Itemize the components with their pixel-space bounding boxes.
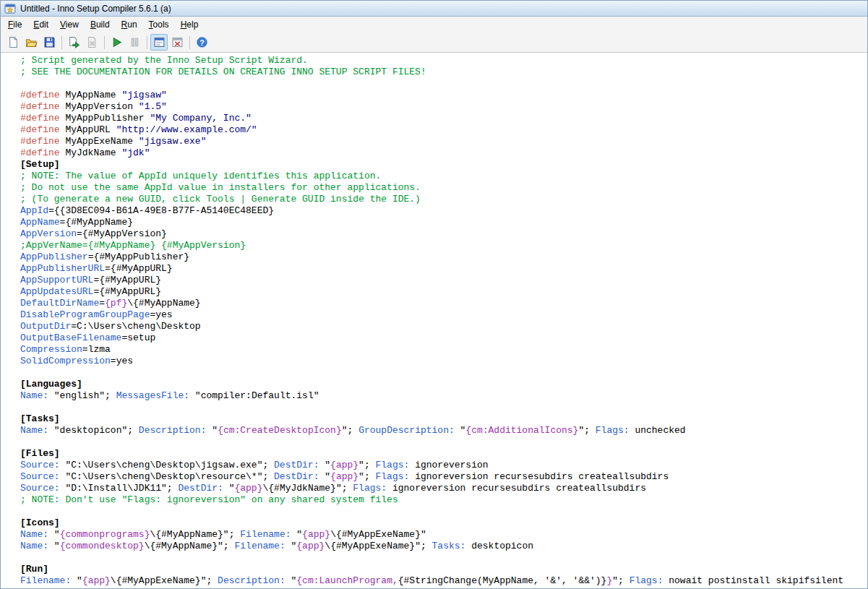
code-token: =lzma (82, 344, 111, 355)
code-token: OutputBaseFilename (20, 332, 121, 343)
code-line: AppId={{3D8EC094-B61A-49E8-B77F-A5140EC4… (20, 205, 867, 217)
code-token: \{#MyAppName}"; (145, 541, 235, 551)
code-token: ={#MyAppURL} (93, 286, 161, 297)
help-button[interactable]: ? (193, 34, 210, 51)
code-token: #define (20, 124, 60, 135)
menu-run[interactable]: Run (116, 17, 143, 33)
target-setup-button[interactable] (150, 34, 168, 51)
code-line: Source: "D:\Install\JDK11"; DestDir: "{a… (20, 483, 867, 494)
open-script-button[interactable] (22, 34, 40, 51)
code-line: Compression=lzma (20, 344, 867, 356)
code-line: ; NOTE: The value of AppId uniquely iden… (20, 171, 867, 182)
code-token: ={#MyAppPublisher} (88, 251, 189, 262)
code-token: [Run] (20, 564, 48, 575)
code-token: DestDir: (274, 471, 319, 482)
code-token: nowait postinstall skipifsilent (663, 575, 843, 586)
target-uninstall-button[interactable] (168, 34, 186, 51)
code-token: "; (342, 425, 358, 436)
code-token: =yes (111, 356, 133, 366)
code-token: "1.5" (139, 101, 167, 112)
code-token: Flags: (629, 575, 663, 586)
code-token: "My Company, Inc." (150, 113, 251, 124)
code-line: [Run] (20, 564, 867, 575)
menu-help[interactable]: Help (175, 17, 205, 33)
code-token: [Tasks] (20, 413, 60, 424)
code-token: Filename: (234, 541, 285, 551)
code-token: [Setup] (20, 159, 60, 170)
code-token: #define (20, 136, 60, 147)
menu-bar: FileEditViewBuildRunToolsHelp (1, 17, 867, 33)
code-line: Name: "english"; MessagesFile: "compiler… (20, 390, 867, 402)
title-bar[interactable]: Untitled - Inno Setup Compiler 5.6.1 (a) (1, 1, 867, 17)
code-line: [Setup] (20, 159, 867, 171)
code-token: Description: (139, 425, 207, 436)
code-token: \{#MyAppName}"; (150, 529, 240, 540)
toolbar-separator (61, 36, 62, 49)
code-token: Filename: (240, 529, 291, 540)
code-line: [Files] (20, 448, 867, 460)
code-token: AppId (20, 205, 48, 216)
code-line: AppName={#MyAppName} (20, 217, 867, 228)
code-token: " (291, 529, 303, 540)
inno-setup-app-icon[interactable] (4, 3, 16, 14)
code-token: " (319, 471, 330, 482)
code-token: Name: (20, 425, 48, 436)
code-line: ;AppVerName={#MyAppName} {#MyAppVersion} (20, 240, 867, 251)
code-token: ={#MyAppURL} (93, 275, 161, 285)
code-token: {app} (234, 483, 262, 494)
code-token: MyAppPublisher (60, 113, 150, 124)
menu-view[interactable]: View (54, 17, 85, 33)
code-token: Description: (218, 575, 285, 586)
code-token: ; SEE THE DOCUMENTATION FOR DETAILS ON C… (20, 66, 426, 77)
code-line (20, 437, 867, 448)
code-line: ; (To generate a new GUID, click Tools |… (20, 194, 867, 205)
menu-edit[interactable]: Edit (27, 17, 54, 33)
code-line (20, 367, 867, 379)
code-token: MyAppExeName (60, 136, 139, 147)
code-token: #define (20, 113, 60, 124)
code-token: Name: (20, 529, 48, 540)
code-token: "english"; (48, 390, 116, 401)
code-line: AppUpdatesURL={#MyAppURL} (20, 286, 867, 298)
code-token: Flags: (376, 460, 410, 470)
code-token: #define (20, 147, 60, 158)
script-editor[interactable]: ; Script generated by the Inno Setup Scr… (1, 53, 867, 588)
run-button[interactable] (108, 34, 125, 51)
code-token: #define (20, 101, 60, 112)
pause-button[interactable] (126, 34, 143, 51)
code-token: Name: (20, 390, 48, 401)
code-token: ignoreversion (409, 460, 488, 470)
code-token: " (455, 425, 466, 436)
new-script-button[interactable] (4, 34, 22, 51)
code-token: AppVersion (20, 228, 77, 239)
code-token: ; Script generated by the Inno Setup Scr… (20, 55, 308, 66)
svg-text:?: ? (199, 38, 204, 47)
menu-tools[interactable]: Tools (143, 17, 175, 33)
save-script-button[interactable] (40, 34, 58, 51)
code-line: Source: "C:\Users\cheng\Desktop\jigsaw.e… (20, 460, 867, 471)
menu-build[interactable]: Build (85, 17, 116, 33)
stop-compile-button[interactable] (83, 34, 100, 51)
code-token: {app} (296, 541, 325, 551)
code-token: Flags: (376, 471, 410, 482)
code-token: "compiler:Default.isl" (189, 390, 319, 401)
code-token: Compression (20, 344, 82, 355)
code-token: " (319, 460, 330, 470)
code-token: AppName (20, 217, 60, 228)
code-line: OutputDir=C:\Users\cheng\Desktop (20, 321, 867, 332)
compile-button[interactable] (65, 34, 82, 51)
code-token: ={#MyAppName} (60, 217, 133, 228)
code-line: #define MyJdkName "jdk" (20, 147, 867, 159)
code-token: " (48, 529, 60, 540)
code-line: ; NOTE: Don't use "Flags: ignoreversion"… (20, 494, 867, 506)
code-token: ;AppVerName={#MyAppName} {#MyAppVersion} (20, 240, 246, 251)
toolbar: ? (1, 33, 867, 53)
code-token: "; (358, 471, 375, 482)
menu-file[interactable]: File (2, 17, 27, 33)
code-token: "desktopicon"; (48, 425, 139, 436)
code-token: {cm:CreateDesktopIcon} (218, 425, 342, 436)
code-token: "D:\Install\JDK11"; (60, 483, 179, 494)
run-icon (111, 36, 123, 48)
code-token: Source: (20, 471, 60, 482)
code-token: ={{3D8EC094-B61A-49E8-B77F-A5140EC48EED} (48, 205, 274, 216)
